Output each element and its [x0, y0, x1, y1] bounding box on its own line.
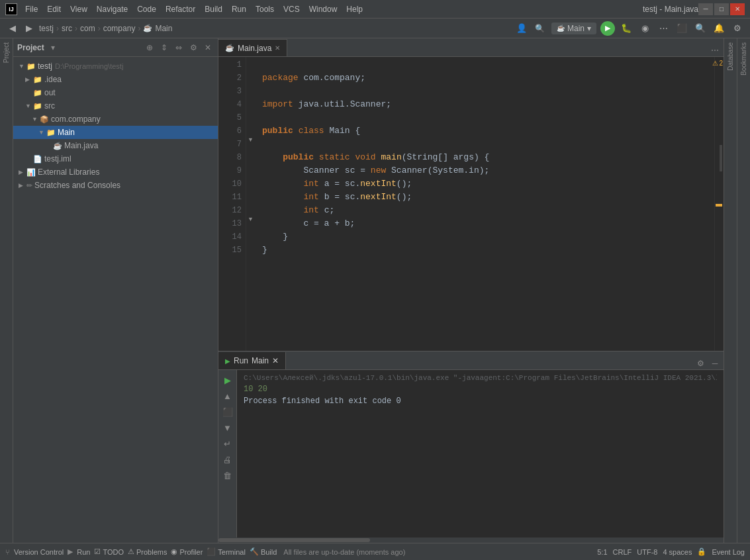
project-panel-label[interactable]: Project [3, 42, 10, 63]
menu-view[interactable]: View [66, 3, 91, 15]
tree-item-src[interactable]: ▼ 📁 src [13, 99, 218, 113]
run-status-icon[interactable]: ▶ [68, 547, 73, 556]
database-panel-label[interactable]: Database [727, 42, 734, 71]
bookmarks-label[interactable]: Bookmarks [740, 42, 747, 75]
run-scrollbar-thumb[interactable] [218, 538, 370, 542]
menu-tools[interactable]: Tools [252, 3, 278, 15]
lock-icon[interactable]: 🔒 [697, 547, 706, 556]
menu-run[interactable]: Run [228, 3, 250, 15]
expand-all-icon[interactable]: ⇔ [173, 42, 185, 54]
close-panel-icon[interactable]: ✕ [202, 42, 214, 54]
menu-file[interactable]: File [21, 3, 42, 15]
tree-item-root[interactable]: ▼ 📁 testj D:\Programming\testj [13, 60, 218, 73]
cursor-position[interactable]: 5:1 [597, 548, 607, 556]
warning-badge[interactable]: ⚠ 2 [712, 60, 723, 67]
statusbar-right: 5:1 CRLF UTF-8 4 spaces 🔒 Event Log [597, 547, 745, 556]
collapse-all-icon[interactable]: ⇕ [158, 42, 170, 54]
print-button[interactable]: 🖨 [220, 452, 235, 467]
menu-refactor[interactable]: Refactor [162, 3, 199, 15]
settings-icon[interactable]: ⚙ [187, 42, 199, 54]
project-side-panel: Project [0, 38, 13, 543]
profiler-label[interactable]: ◉ Profiler [171, 547, 203, 556]
tabs-more-icon[interactable]: ⋯ [709, 44, 721, 56]
build-label[interactable]: 🔨 Build [250, 547, 277, 556]
tree-item-idea[interactable]: ▶ 📁 .idea [13, 73, 218, 86]
notification-button[interactable]: 🔔 [712, 21, 726, 36]
breadcrumb-company2[interactable]: company [103, 24, 136, 33]
debug-button[interactable]: 🐛 [619, 21, 633, 36]
line-5: ▶ 5 [222, 111, 242, 124]
fold-marker-7[interactable]: ▼ [248, 136, 254, 143]
code-editor[interactable]: package com.company; import java.util.Sc… [257, 57, 714, 351]
menu-window[interactable]: Window [305, 3, 342, 15]
vcs-label[interactable]: Version Control [14, 548, 64, 556]
trash-button[interactable]: 🗑 [220, 468, 235, 483]
maximize-button[interactable]: □ [714, 3, 729, 15]
rerun-button[interactable]: ▶ [220, 373, 235, 387]
menu-vcs[interactable]: VCS [279, 3, 304, 15]
app: IJ File Edit View Navigate Code Refactor… [0, 0, 750, 560]
encoding[interactable]: UTF-8 [637, 548, 657, 556]
run-button[interactable]: ▶ [600, 21, 615, 36]
project-panel: Project ▾ ⊕ ⇕ ⇔ ⚙ ✕ ▼ 📁 testj D:\Program… [13, 38, 218, 543]
scratches-icon: ✏ [26, 181, 32, 190]
breadcrumb-project[interactable]: testj [39, 24, 54, 33]
tree-item-ext-libs[interactable]: ▶ 📊 External Libraries [13, 165, 218, 179]
run-settings-icon[interactable]: ⚙ [694, 357, 706, 369]
minimize-button[interactable]: ─ [698, 3, 713, 15]
settings-button[interactable]: ⚙ [730, 21, 745, 36]
tree-item-main-folder[interactable]: ▼ 📁 Main [13, 126, 218, 139]
search-button[interactable]: 🔍 [693, 21, 708, 36]
tab-main-java[interactable]: ☕ Main.java ✕ [218, 39, 287, 56]
run-scrollbar[interactable] [218, 537, 724, 543]
scroll-down-button[interactable]: ▼ [220, 420, 235, 435]
menu-navigate[interactable]: Navigate [93, 3, 132, 15]
more-run-options[interactable]: ⋯ [656, 21, 671, 36]
run-close-icon[interactable]: ─ [709, 357, 721, 369]
menu-edit[interactable]: Edit [43, 3, 65, 15]
project-panel-arrow[interactable]: ▾ [47, 42, 59, 54]
tree-item-iml[interactable]: ▶ 📄 testj.iml [13, 152, 218, 165]
problems-label[interactable]: ⚠ Problems [128, 547, 167, 556]
breadcrumb-src[interactable]: src [62, 24, 72, 33]
toolbar-forward-icon[interactable]: ▶ [22, 21, 36, 36]
stop-button[interactable]: ⬛ [675, 21, 689, 36]
search-everywhere-icon[interactable]: 🔍 [533, 21, 547, 36]
line-separator[interactable]: CRLF [613, 548, 632, 556]
breadcrumb-main[interactable]: Main [155, 24, 172, 33]
run-configuration[interactable]: ☕ Main ▾ [551, 23, 596, 34]
tree-item-company[interactable]: ▼ 📦 com.company [13, 113, 218, 126]
breadcrumb-company[interactable]: com [80, 24, 95, 33]
terminal-label[interactable]: ⬛ Terminal [207, 547, 246, 556]
run-tab-close[interactable]: ✕ [272, 356, 279, 365]
indent-settings[interactable]: 4 spaces [663, 548, 692, 556]
scrollbar-thumb[interactable] [720, 145, 722, 171]
breadcrumb-file-icon: ☕ [143, 24, 152, 32]
run-label[interactable]: Run [77, 548, 90, 556]
tabs-bar: ☕ Main.java ✕ ⋯ [218, 38, 724, 57]
menu-build[interactable]: Build [201, 3, 226, 15]
event-log[interactable]: Event Log [712, 548, 745, 556]
tab-close-icon[interactable]: ✕ [275, 44, 280, 52]
profile-icon[interactable]: 👤 [514, 21, 529, 36]
scope-icon[interactable]: ⊕ [144, 42, 156, 54]
menu-help[interactable]: Help [342, 3, 367, 15]
todo-label[interactable]: ☑ TODO [94, 547, 124, 556]
menu-code[interactable]: Code [133, 3, 160, 15]
database-side-panel: Database [724, 38, 737, 543]
scroll-up-button[interactable]: ▲ [220, 389, 235, 403]
wrap-button[interactable]: ↵ [220, 436, 235, 451]
toolbar-back-icon[interactable]: ◀ [5, 21, 20, 36]
coverage-button[interactable]: ◉ [637, 21, 652, 36]
tree-item-scratches[interactable]: ▶ ✏ Scratches and Consoles [13, 179, 218, 192]
run-tab-main[interactable]: ▶ Run Main ✕ [218, 352, 286, 369]
tree-item-main-java[interactable]: ▶ ☕ Main.java [13, 139, 218, 152]
tree-item-out[interactable]: ▶ 📁 out [13, 86, 218, 99]
bookmarks-panel: Bookmarks [737, 38, 750, 543]
vcs-icon[interactable]: ⑂ [5, 548, 10, 556]
folder-out-icon: 📁 [33, 89, 42, 97]
fold-marker-13[interactable]: ▼ [248, 216, 254, 222]
close-button[interactable]: ✕ [730, 3, 745, 15]
line-numbers: 1 2 3 4 ▶ 5 6 ▶ 7 [218, 57, 246, 351]
stop-button[interactable]: ⬛ [220, 404, 235, 419]
